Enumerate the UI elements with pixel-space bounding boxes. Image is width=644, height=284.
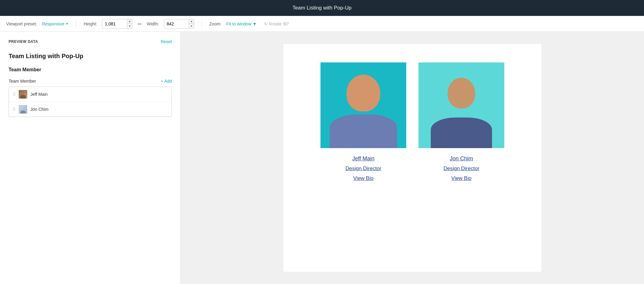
member-list: ⠿ Jeff Main ⠿ Jon Chim: [9, 87, 172, 117]
zoom-value: Fit to window: [226, 21, 252, 26]
field-header: Team Member + Add: [9, 79, 172, 84]
member-name-jeff: Jeff Main: [30, 92, 48, 97]
preview-data-header: PREVIEW DATA Reset: [9, 39, 172, 44]
avatar-jon: [19, 105, 27, 114]
card-title-jon[interactable]: Design Director: [443, 166, 479, 172]
photo-jon: [419, 62, 504, 148]
width-spinner: ▲ ▼: [189, 19, 194, 29]
preview-content: Jeff Main Design Director View Bio Jon C…: [283, 44, 541, 272]
card-title-jeff[interactable]: Design Director: [345, 166, 381, 172]
separator: [76, 20, 76, 28]
height-input[interactable]: [102, 19, 127, 28]
height-label: Height:: [84, 21, 97, 26]
team-card-jon: Jon Chim Design Director View Bio: [419, 62, 504, 181]
width-label: Width:: [147, 21, 159, 26]
page-title: Team Listing with Pop-Up: [293, 5, 352, 11]
width-input-wrapper: ▲ ▼: [164, 19, 194, 29]
avatar-jeff: [19, 90, 27, 99]
top-bar: Team Listing with Pop-Up: [0, 0, 644, 16]
resize-icon[interactable]: ⇔: [137, 21, 142, 27]
separator-2: [202, 20, 202, 28]
zoom-dropdown[interactable]: Fit to window ▼: [226, 21, 257, 26]
team-card-jeff: Jeff Main Design Director View Bio: [320, 62, 406, 181]
list-item[interactable]: ⠿ Jeff Main: [9, 87, 172, 102]
list-item[interactable]: ⠿ Jon Chim: [9, 102, 172, 117]
subsection-label: Team Member: [9, 67, 172, 73]
height-spinner: ▲ ▼: [127, 19, 132, 29]
card-name-jon[interactable]: Jon Chim: [450, 155, 473, 162]
right-panel: Jeff Main Design Director View Bio Jon C…: [181, 32, 644, 284]
viewport-label: Viewport preset:: [6, 21, 37, 26]
height-decrement[interactable]: ▼: [127, 24, 132, 29]
toolbar: Viewport preset: Responsive ▼ Height: ▲ …: [0, 16, 644, 32]
viewport-value: Responsive: [42, 21, 64, 26]
rotate-icon: ↻: [264, 21, 268, 26]
zoom-chevron-icon: ▼: [252, 21, 257, 26]
viewport-dropdown[interactable]: Responsive ▼: [42, 21, 69, 26]
left-panel: PREVIEW DATA Reset Team Listing with Pop…: [0, 32, 181, 284]
card-bio-jon[interactable]: View Bio: [451, 175, 472, 181]
height-increment[interactable]: ▲: [127, 19, 132, 24]
card-bio-jeff[interactable]: View Bio: [353, 175, 373, 181]
preview-data-title: PREVIEW DATA: [9, 39, 38, 44]
width-decrement[interactable]: ▼: [189, 24, 194, 29]
section-title: Team Listing with Pop-Up: [9, 53, 172, 60]
width-increment[interactable]: ▲: [189, 19, 194, 24]
reset-button[interactable]: Reset: [161, 39, 172, 44]
drag-handle-icon[interactable]: ⠿: [13, 107, 16, 112]
main-layout: PREVIEW DATA Reset Team Listing with Pop…: [0, 32, 644, 284]
rotate-label: Rotate 90°: [269, 21, 289, 26]
card-name-jeff[interactable]: Jeff Main: [352, 155, 375, 162]
team-cards: Jeff Main Design Director View Bio Jon C…: [308, 62, 517, 181]
field-label: Team Member: [9, 79, 36, 84]
chevron-down-icon: ▼: [66, 22, 69, 25]
zoom-label: Zoom:: [209, 21, 222, 26]
add-member-button[interactable]: + Add: [161, 79, 172, 84]
member-name-jon: Jon Chim: [30, 107, 48, 112]
rotate-button[interactable]: ↻ Rotate 90°: [264, 21, 289, 26]
width-input[interactable]: [164, 19, 189, 28]
photo-jeff: [320, 62, 406, 148]
drag-handle-icon[interactable]: ⠿: [13, 92, 16, 97]
height-input-wrapper: ▲ ▼: [102, 19, 132, 29]
